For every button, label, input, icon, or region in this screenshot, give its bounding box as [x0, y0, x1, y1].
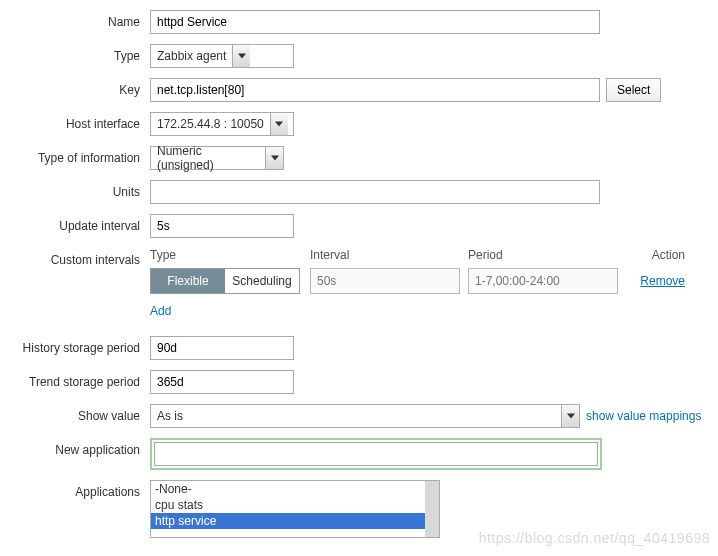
chevron-down-icon	[265, 147, 283, 169]
custom-intervals-table: Type Interval Period Action Flexible Sch…	[150, 248, 685, 318]
key-input[interactable]	[150, 78, 600, 102]
scrollbar[interactable]	[425, 481, 439, 537]
name-label: Name	[0, 10, 150, 29]
new-application-label: New application	[0, 438, 150, 457]
ci-toggle-flexible[interactable]: Flexible	[151, 269, 225, 293]
host-interface-label: Host interface	[0, 112, 150, 131]
name-input[interactable]	[150, 10, 600, 34]
list-item[interactable]: cpu stats	[151, 497, 425, 513]
type-of-info-label: Type of information	[0, 146, 150, 165]
history-storage-label: History storage period	[0, 336, 150, 355]
applications-items: -None- cpu stats http service	[151, 481, 425, 537]
show-value-mappings-link[interactable]: show value mappings	[586, 409, 701, 423]
type-select-text: Zabbix agent	[151, 49, 232, 63]
trend-storage-input[interactable]	[150, 370, 294, 394]
applications-label: Applications	[0, 480, 150, 499]
select-button[interactable]: Select	[606, 78, 661, 102]
ci-header-period: Period	[468, 248, 628, 262]
chevron-down-icon	[270, 113, 288, 135]
ci-toggle-scheduling[interactable]: Scheduling	[225, 269, 299, 293]
update-interval-label: Update interval	[0, 214, 150, 233]
ci-add-link[interactable]: Add	[150, 304, 685, 318]
history-storage-input[interactable]	[150, 336, 294, 360]
update-interval-input[interactable]	[150, 214, 294, 238]
show-value-text: As is	[151, 409, 561, 423]
show-value-label: Show value	[0, 404, 150, 423]
list-item[interactable]: http service	[151, 513, 425, 529]
host-interface-select[interactable]: 172.25.44.8 : 10050	[150, 112, 294, 136]
ci-period-input[interactable]	[468, 268, 618, 294]
chevron-down-icon	[561, 405, 579, 427]
new-application-input[interactable]	[154, 442, 598, 466]
new-application-highlight	[150, 438, 602, 470]
ci-header-interval: Interval	[310, 248, 468, 262]
host-interface-text: 172.25.44.8 : 10050	[151, 117, 270, 131]
chevron-down-icon	[232, 45, 250, 67]
ci-interval-input[interactable]	[310, 268, 460, 294]
units-label: Units	[0, 180, 150, 199]
type-label: Type	[0, 44, 150, 63]
type-select[interactable]: Zabbix agent	[150, 44, 294, 68]
ci-remove-link[interactable]: Remove	[640, 274, 685, 288]
show-value-select[interactable]: As is	[150, 404, 580, 428]
applications-listbox[interactable]: -None- cpu stats http service	[150, 480, 440, 538]
list-item[interactable]: -None-	[151, 481, 425, 497]
ci-header-action: Action	[628, 248, 685, 262]
ci-type-toggle[interactable]: Flexible Scheduling	[150, 268, 300, 294]
key-label: Key	[0, 78, 150, 97]
trend-storage-label: Trend storage period	[0, 370, 150, 389]
custom-intervals-label: Custom intervals	[0, 248, 150, 267]
type-of-info-select[interactable]: Numeric (unsigned)	[150, 146, 284, 170]
units-input[interactable]	[150, 180, 600, 204]
ci-header-type: Type	[150, 248, 310, 262]
type-of-info-text: Numeric (unsigned)	[151, 144, 265, 172]
